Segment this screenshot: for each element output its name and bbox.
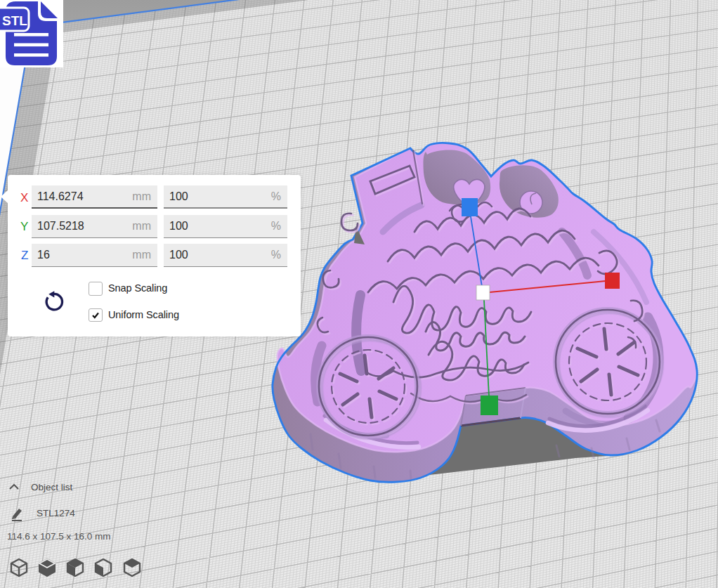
svg-text:STL: STL [2, 13, 27, 28]
